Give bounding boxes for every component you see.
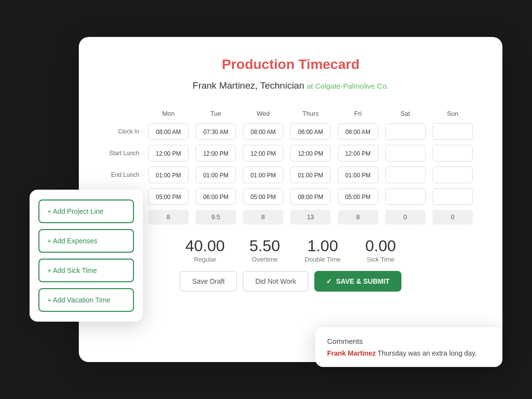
overtime-value: 5.50	[249, 237, 280, 255]
add-project-line-button[interactable]: + Add Project Line	[38, 200, 134, 223]
row-label-end-lunch: End Lunch	[106, 166, 143, 184]
start-lunch-sat[interactable]	[385, 145, 426, 162]
clock-in-mon[interactable]: 08:00 AM	[148, 123, 189, 140]
add-expenses-button[interactable]: + Add Expenses	[38, 229, 134, 253]
save-submit-button[interactable]: ✓ SAVE & SUBMIT	[314, 271, 401, 292]
table-row-end-lunch: End Lunch 01:00 PM 01:00 PM 01:00 PM 01:…	[106, 166, 475, 184]
clock-in-tue[interactable]: 07:30 AM	[196, 123, 236, 140]
add-vacation-time-button[interactable]: + Add Vacation Time	[38, 288, 134, 312]
employee-name: Frank Martinez, Technician	[193, 80, 304, 91]
col-header-thurs: Thurs	[288, 108, 332, 119]
table-row-hours: 8 9.5 8 13 8 0 0	[106, 209, 475, 226]
clock-out-wed[interactable]: 05:00 PM	[243, 188, 283, 205]
clock-in-sat[interactable]	[385, 123, 426, 140]
hours-sun: 0	[432, 210, 473, 225]
summary-sick-time: 0.00 Sick Time	[366, 237, 396, 263]
clock-in-sun[interactable]	[432, 123, 473, 140]
start-lunch-fri[interactable]: 12:00 PM	[338, 145, 378, 162]
action-buttons: Save Draft Did Not Work ✓ SAVE & SUBMIT	[103, 271, 478, 292]
comments-title: Comments	[327, 337, 491, 345]
checkmark-icon: ✓	[326, 277, 332, 285]
start-lunch-mon[interactable]: 12:00 PM	[148, 145, 189, 162]
clock-out-tue[interactable]: 06:00 PM	[196, 188, 236, 205]
comment-body: Thursday was an extra long day.	[376, 349, 477, 357]
hours-thurs: 13	[290, 210, 331, 225]
end-lunch-thurs[interactable]: 01:00 PM	[290, 166, 331, 183]
add-panel: + Add Project Line + Add Expenses + Add …	[30, 190, 143, 322]
did-not-work-button[interactable]: Did Not Work	[243, 271, 308, 292]
comment-author: Frank Martinez	[327, 349, 376, 357]
overtime-label: Overtime	[249, 256, 280, 263]
summary-regular: 40.00 Regular	[185, 237, 225, 263]
add-sick-time-button[interactable]: + Add Sick Time	[38, 259, 134, 282]
col-header-sun: Sun	[431, 108, 475, 119]
row-label-start-lunch: Start Lunch	[106, 144, 143, 163]
double-time-value: 1.00	[305, 237, 341, 255]
clock-out-sun[interactable]	[432, 188, 473, 205]
end-lunch-sat[interactable]	[385, 166, 426, 183]
double-time-label: Double Time	[305, 256, 341, 263]
hours-wed: 8	[243, 210, 283, 225]
col-header-empty	[106, 108, 143, 119]
clock-out-sat[interactable]	[385, 188, 426, 205]
start-lunch-wed[interactable]: 12:00 PM	[243, 145, 283, 162]
clock-in-wed[interactable]: 08:00 AM	[243, 123, 283, 140]
col-header-tue: Tue	[194, 108, 238, 119]
page-title: Production Timecard	[103, 57, 478, 72]
hours-mon: 8	[148, 210, 189, 225]
save-draft-button[interactable]: Save Draft	[180, 271, 237, 292]
summary-overtime: 5.50 Overtime	[249, 237, 280, 263]
col-header-sat: Sat	[383, 108, 428, 119]
clock-in-thurs[interactable]: 06:00 AM	[290, 123, 331, 140]
table-row-clock-out: Clock Out 05:00 PM 06:00 PM 05:00 PM 08:…	[106, 187, 475, 206]
regular-value: 40.00	[185, 237, 225, 255]
table-row-start-lunch: Start Lunch 12:00 PM 12:00 PM 12:00 PM 1…	[106, 144, 475, 163]
save-submit-label: SAVE & SUBMIT	[336, 277, 390, 285]
summary-double-time: 1.00 Double Time	[305, 237, 341, 263]
start-lunch-thurs[interactable]: 12:00 PM	[290, 145, 331, 162]
clock-out-mon[interactable]: 05:00 PM	[148, 188, 189, 205]
hours-tue: 9.5	[196, 210, 236, 225]
clock-in-fri[interactable]: 08:00 AM	[338, 123, 378, 140]
table-row-clock-in: Clock In 08:00 AM 07:30 AM 08:00 AM 06:0…	[106, 122, 475, 141]
hours-sat: 0	[385, 210, 426, 225]
col-header-wed: Wed	[241, 108, 285, 119]
regular-label: Regular	[185, 256, 225, 263]
clock-out-thurs[interactable]: 08:00 PM	[290, 188, 331, 205]
end-lunch-tue[interactable]: 01:00 PM	[196, 166, 236, 183]
company-name: at Colgate-Palmolive Co.	[307, 82, 389, 90]
row-label-clock-in: Clock In	[106, 122, 143, 141]
sick-time-value: 0.00	[366, 237, 396, 255]
hours-fri: 8	[338, 210, 378, 225]
sick-time-label: Sick Time	[366, 256, 396, 263]
end-lunch-fri[interactable]: 01:00 PM	[338, 166, 378, 183]
summary-row: 40.00 Regular 5.50 Overtime 1.00 Double …	[103, 237, 478, 263]
time-table: Mon Tue Wed Thurs Fri Sat Sun Clock In 0…	[103, 105, 478, 229]
start-lunch-sun[interactable]	[432, 145, 473, 162]
comment-text: Frank Martinez Thursday was an extra lon…	[327, 349, 491, 357]
col-header-fri: Fri	[335, 108, 380, 119]
employee-info: Frank Martinez, Technician at Colgate-Pa…	[103, 80, 478, 91]
end-lunch-wed[interactable]: 01:00 PM	[243, 166, 283, 183]
col-header-mon: Mon	[146, 108, 191, 119]
comments-panel: Comments Frank Martinez Thursday was an …	[315, 327, 502, 367]
start-lunch-tue[interactable]: 12:00 PM	[196, 145, 236, 162]
clock-out-fri[interactable]: 05:00 PM	[338, 188, 378, 205]
end-lunch-sun[interactable]	[432, 166, 473, 183]
end-lunch-mon[interactable]: 01:00 PM	[148, 166, 189, 183]
